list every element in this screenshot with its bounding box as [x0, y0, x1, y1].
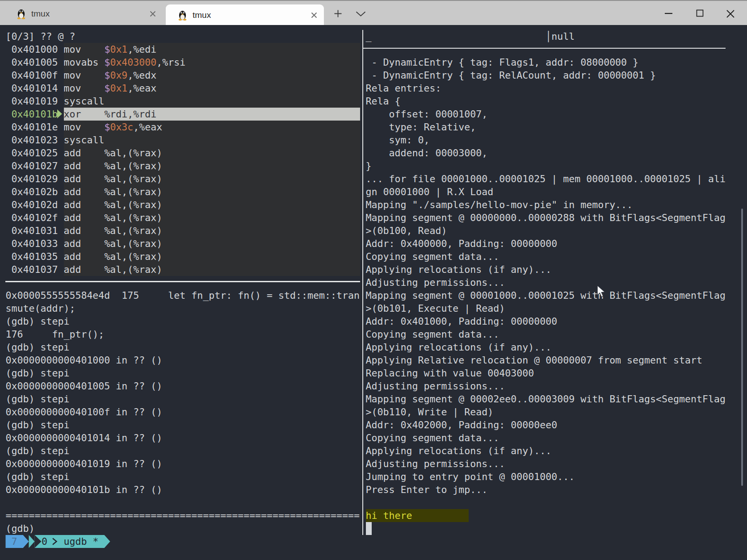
assembly-line: 0x401037 add %al,(%rax)	[6, 263, 163, 276]
console-line: 0x0000000000401005 in ?? ()	[6, 380, 163, 393]
assembly-line: 0x40102b add %al,(%rax)	[6, 185, 163, 198]
assembly-line: 0x40102f add %al,(%rax)	[6, 211, 163, 224]
output-line: Adjusting permissions...	[366, 380, 505, 393]
right-pane-title-rule	[363, 48, 726, 49]
console-line: smute(addr);	[6, 302, 76, 315]
window-minimize-button[interactable]	[664, 13, 673, 14]
assembly-line: 0x401005 movabs $0x403000,%rsi	[6, 56, 186, 69]
output-line: >(0b101, Execute | Read)	[366, 302, 505, 315]
linux-penguin-icon	[178, 10, 187, 21]
console-line: (gdb)	[6, 522, 35, 535]
console-line: ========================================…	[6, 509, 360, 522]
output-line: - DynamicEntry { tag: RelACount, addr: 0…	[366, 69, 656, 82]
status-window-name: ugdb *	[64, 536, 99, 547]
output-line: Replacing with value 00403000	[366, 367, 534, 380]
terminal-scrollbar-thumb[interactable]	[741, 209, 743, 486]
output-line: gn 00001000 | R.X Load	[366, 185, 494, 198]
console-line: (gdb) stepi	[6, 444, 70, 457]
console-line: (gdb) stepi	[6, 315, 70, 328]
tab-dropdown-chevron-icon[interactable]	[356, 11, 366, 17]
tab-tmux-1[interactable]: tmux	[3, 2, 163, 26]
assembly-line: 0x401035 add %al,(%rax)	[6, 250, 163, 263]
terminal-block-cursor	[366, 522, 372, 535]
output-line: - DynamicEntry { tag: Flags1, addr: 0800…	[366, 56, 639, 69]
console-line: (gdb) stepi	[6, 470, 70, 483]
console-line: 176 fn_ptr();	[6, 328, 105, 341]
console-line: 0x0000000000401019 in ?? ()	[6, 457, 163, 470]
output-line: offset: 00001007,	[366, 108, 488, 121]
console-line: (gdb) stepi	[6, 393, 70, 405]
output-line: Rela entries:	[366, 82, 441, 95]
output-line: Applying relocations (if any)...	[366, 341, 552, 354]
assembly-line: 0x401019 syscall	[6, 95, 105, 108]
assembly-line: 0x401031 add %al,(%rax)	[6, 224, 163, 237]
console-line: 0x0000000000401000 in ?? ()	[6, 354, 163, 367]
titlebar: tmux tmux	[0, 0, 747, 25]
assembly-line: 0x401033 add %al,(%rax)	[6, 237, 163, 250]
linux-penguin-icon	[17, 8, 26, 19]
output-line: Rela {	[366, 95, 401, 108]
console-line: 0x000000000040100f in ?? ()	[6, 405, 163, 418]
output-line: Mapping segment @ 00002ee0..00003009 wit…	[366, 393, 726, 405]
window-maximize-button[interactable]	[696, 9, 704, 17]
vertical-pane-divider[interactable]	[362, 30, 363, 535]
assembly-line: 0x401000 mov $0x1,%edi	[6, 43, 157, 56]
output-line: Applying relocations (if any)...	[366, 444, 552, 457]
console-line: 0x0000000000401014 in ?? ()	[6, 431, 163, 444]
output-line: Copying segment data...	[366, 328, 499, 341]
output-line: Adjusting permissions...	[366, 276, 505, 289]
assembly-header: [0/3] ?? @ ?	[6, 30, 76, 43]
console-line: (gdb) stepi	[6, 418, 70, 431]
output-line: type: Relative,	[366, 121, 476, 134]
output-line: }	[366, 159, 372, 172]
status-window-index: 0	[42, 536, 47, 547]
output-line: addend: 00003000,	[366, 146, 488, 159]
tab-tmux-2[interactable]: tmux	[166, 4, 324, 26]
assembly-line: 0x40100f mov $0x9,%edx	[6, 69, 157, 82]
tab-title: tmux	[31, 9, 149, 19]
console-line: (gdb) stepi	[6, 341, 70, 354]
output-line: >(0b110, Write | Read)	[366, 405, 494, 418]
assembly-line: 0x40101e mov $0x3c,%eax	[6, 121, 163, 134]
tab-close-icon[interactable]	[149, 10, 156, 17]
output-line: Press Enter to jmp...	[366, 483, 488, 496]
terminal[interactable]: [0/3] ?? @ ? 0x401000 mov $0x1,%edi 0x40…	[0, 25, 747, 560]
output-line: Applying Relative relocation @ 00000007 …	[366, 354, 703, 367]
output-line: >(0b100, Read)	[366, 224, 447, 237]
mouse-cursor	[597, 285, 607, 299]
tab-title: tmux	[193, 10, 311, 20]
output-line: Mapping segment @ 00000000..00000288 wit…	[366, 211, 726, 224]
output-line: ... for file 00001000..00001025 | mem 00…	[366, 172, 726, 185]
right-pane-titlebar: _ │null	[366, 30, 575, 43]
output-line: Copying segment data...	[366, 250, 499, 263]
output-line: Jumping to entry point @ 00001000...	[366, 470, 575, 483]
output-line: sym: 0,	[366, 134, 430, 146]
assembly-line: 0x40101b xor %rdi,%rdi	[6, 108, 157, 121]
output-line: Mapping segment @ 00001000..00001025 wit…	[366, 289, 726, 302]
output-line: Mapping "./samples/hello-mov-pie" in mem…	[366, 198, 633, 211]
assembly-line: 0x401027 add %al,(%rax)	[6, 159, 163, 172]
output-line: Addr: 0x400000, Padding: 00000000	[366, 237, 558, 250]
tab-close-icon[interactable]	[311, 12, 318, 19]
new-tab-button[interactable]	[334, 9, 342, 18]
status-session-segment	[6, 535, 29, 548]
output-line: Applying relocations (if any)...	[366, 263, 552, 276]
assembly-line: 0x401029 add %al,(%rax)	[6, 172, 163, 185]
console-line: 0x000000000040101b in ?? ()	[6, 483, 163, 496]
assembly-line: 0x40102d add %al,(%rax)	[6, 198, 163, 211]
tmux-status-bar[interactable]: 7 0 ugdb *	[0, 535, 134, 548]
program-output-highlight: hi there	[366, 509, 412, 522]
output-line: Copying segment data...	[366, 431, 499, 444]
output-line: Addr: 0x402000, Padding: 00000ee0	[366, 418, 558, 431]
output-line: Addr: 0x401000, Padding: 00000000	[366, 315, 558, 328]
assembly-line: 0x401025 add %al,(%rax)	[6, 146, 163, 159]
assembly-line: 0x401014 mov $0x1,%eax	[6, 82, 157, 95]
console-line: (gdb) stepi	[6, 367, 70, 380]
status-session-name: 7	[12, 536, 17, 547]
output-line: Adjusting permissions...	[366, 457, 505, 470]
assembly-line: 0x401023 syscall	[6, 134, 105, 146]
horizontal-pane-divider[interactable]	[5, 281, 360, 282]
status-separator-arrow	[29, 535, 35, 548]
console-line: 0x0000555555584e4d 175 let fn_ptr: fn() …	[6, 289, 360, 302]
window-close-button[interactable]	[726, 9, 735, 18]
